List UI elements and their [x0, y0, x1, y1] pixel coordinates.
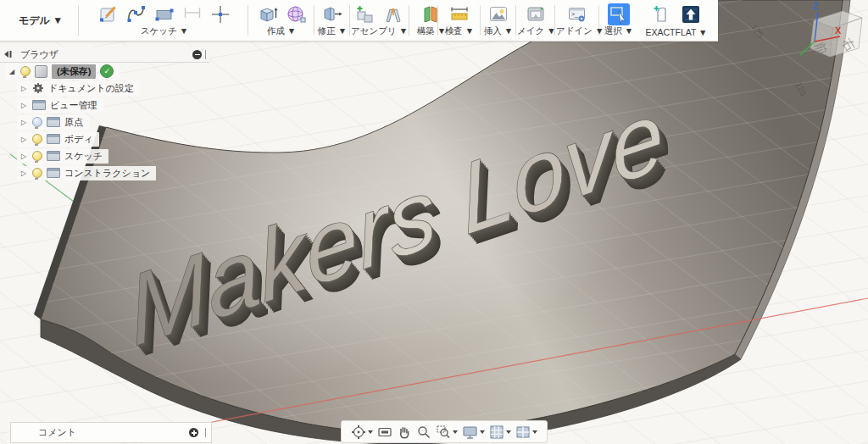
chevron-down-icon[interactable] — [532, 430, 537, 434]
comment-cursor — [205, 428, 206, 437]
inspect-menu[interactable]: 検査 ▼ — [441, 25, 478, 37]
zoom-window-icon — [436, 425, 451, 440]
create-sketch-icon[interactable] — [97, 3, 120, 25]
joint-icon[interactable] — [382, 3, 404, 25]
collapse-icon[interactable]: ▷ — [19, 153, 28, 160]
comment-label: コメント — [38, 426, 189, 439]
panel-resize-handle[interactable] — [205, 50, 206, 59]
workspace-selector[interactable]: モデル ▼ — [5, 0, 76, 41]
chevron-down-icon[interactable] — [480, 430, 485, 434]
main-toolbar: モデル ▼ — [0, 0, 718, 42]
row-label: ドキュメントの設定 — [48, 82, 134, 95]
visibility-bulb-icon[interactable] — [32, 151, 42, 161]
toolbar-section-make: メイク ▼ — [517, 0, 554, 41]
viewports-icon — [515, 425, 531, 440]
new-component-icon[interactable] — [354, 3, 376, 25]
toolbar-section-insert: 挿入 ▼ — [481, 0, 515, 41]
zoom-icon — [416, 425, 431, 440]
pan-hand-icon — [397, 425, 412, 440]
look-at-icon — [377, 425, 392, 440]
add-comment-icon[interactable] — [189, 428, 198, 437]
zoom-button[interactable] — [416, 425, 431, 440]
visibility-bulb-icon[interactable] — [32, 134, 42, 144]
collapse-icon[interactable]: ▷ — [19, 136, 28, 143]
chevron-down-icon[interactable] — [506, 430, 511, 434]
collapse-icon[interactable]: ▷ — [19, 119, 28, 126]
collapse-icon[interactable]: ▷ — [19, 169, 28, 177]
browser-row-sketches[interactable]: ▷ スケッチ — [0, 147, 209, 164]
component-cube-icon — [35, 65, 47, 78]
chevron-down-icon[interactable] — [368, 430, 373, 434]
modify-menu[interactable]: 修正 ▼ — [315, 25, 349, 37]
folder-icon — [32, 100, 46, 110]
insert-image-icon[interactable] — [487, 3, 509, 25]
folder-icon — [47, 151, 60, 161]
exactflat-menu[interactable]: EXACTFLAT ▼ — [637, 27, 715, 37]
collapse-panel-icon[interactable] — [3, 50, 14, 58]
browser-row-construction[interactable]: ▷ コンストラクション — [0, 164, 209, 181]
expand-icon[interactable]: ◢ — [8, 68, 16, 75]
row-label: ビュー管理 — [50, 99, 97, 112]
browser-panel: ブラウザ ◢ (未保存) ✓ ▷ — [0, 47, 209, 181]
toolbar-section-inspect: 検査 ▼ — [441, 0, 478, 41]
row-label: スケッチ — [64, 150, 103, 163]
row-label: 原点 — [64, 116, 83, 129]
viewcube-x-label: X — [835, 25, 842, 36]
dimension-tool-icon[interactable] — [181, 3, 203, 25]
addins-menu[interactable]: アドイン ▼ — [556, 25, 598, 37]
panel-minimize-icon[interactable] — [192, 50, 202, 59]
browser-row-origin[interactable]: ▷ 原点 — [0, 114, 209, 130]
insert-menu[interactable]: 挿入 ▼ — [481, 25, 515, 37]
press-pull-icon[interactable] — [321, 3, 343, 25]
browser-row-bodies[interactable]: ▷ ボディ — [0, 130, 209, 147]
point-tool-icon[interactable] — [209, 3, 231, 25]
viewports-button[interactable] — [515, 425, 537, 440]
chevron-down-icon[interactable] — [453, 430, 458, 434]
viewcube-z-label: Z — [813, 1, 819, 11]
create-menu[interactable]: 作成 ▼ — [249, 25, 314, 37]
zoom-window-button[interactable] — [436, 425, 458, 440]
mesh-sphere-icon[interactable] — [285, 3, 307, 25]
navigation-bar — [341, 420, 548, 443]
gear-icon — [32, 82, 44, 94]
select-menu[interactable]: 選択 ▼ — [602, 25, 636, 37]
visibility-bulb-icon[interactable] — [32, 168, 42, 178]
toolbar-section-assembly: アセンブリ ▼ — [351, 0, 407, 41]
select-tool-icon[interactable] — [608, 3, 630, 25]
row-label: コンストラクション — [64, 167, 150, 180]
comment-bar[interactable]: コメント — [10, 422, 212, 443]
grid-layout-button[interactable] — [489, 425, 511, 440]
browser-row-view-management[interactable]: ▷ ビュー管理 — [0, 97, 209, 114]
orbit-button[interactable] — [351, 425, 373, 440]
browser-header[interactable]: ブラウザ — [0, 47, 209, 63]
visibility-bulb-icon[interactable] — [20, 66, 31, 76]
orbit-icon — [351, 425, 366, 440]
visibility-bulb-icon[interactable] — [32, 117, 42, 127]
look-at-button[interactable] — [377, 425, 392, 440]
saved-state-check-icon: ✓ — [100, 64, 114, 78]
make-menu[interactable]: メイク ▼ — [517, 25, 554, 37]
exactflat-export-icon[interactable] — [680, 3, 702, 25]
measure-icon[interactable] — [448, 3, 470, 25]
exactflat-shape-icon[interactable] — [652, 3, 674, 25]
spline-tool-icon[interactable] — [125, 3, 147, 25]
folder-icon — [47, 117, 60, 127]
document-name[interactable]: (未保存) — [52, 64, 96, 79]
collapse-icon[interactable]: ▷ — [19, 85, 28, 92]
collapse-icon[interactable]: ▷ — [19, 102, 28, 109]
3d-print-icon[interactable] — [525, 3, 547, 25]
svg-text:>_: >_ — [571, 11, 578, 18]
scripts-addins-icon[interactable]: >_ — [566, 3, 588, 25]
folder-icon — [47, 168, 60, 178]
rectangle-tool-icon[interactable] — [153, 3, 175, 25]
toolbar-section-exactflat: EXACTFLAT ▼ — [637, 0, 715, 41]
construction-plane-icon[interactable] — [420, 3, 442, 25]
sketch-menu[interactable]: スケッチ ▼ — [81, 25, 248, 37]
browser-root-row[interactable]: ◢ (未保存) ✓ — [0, 63, 209, 80]
pan-button[interactable] — [397, 425, 412, 440]
extrude-icon[interactable] — [257, 3, 279, 25]
display-icon — [462, 425, 478, 440]
assembly-menu[interactable]: アセンブリ ▼ — [351, 25, 407, 37]
display-settings-button[interactable] — [462, 425, 485, 440]
browser-row-document-settings[interactable]: ▷ ドキュメントの設定 — [0, 80, 209, 97]
